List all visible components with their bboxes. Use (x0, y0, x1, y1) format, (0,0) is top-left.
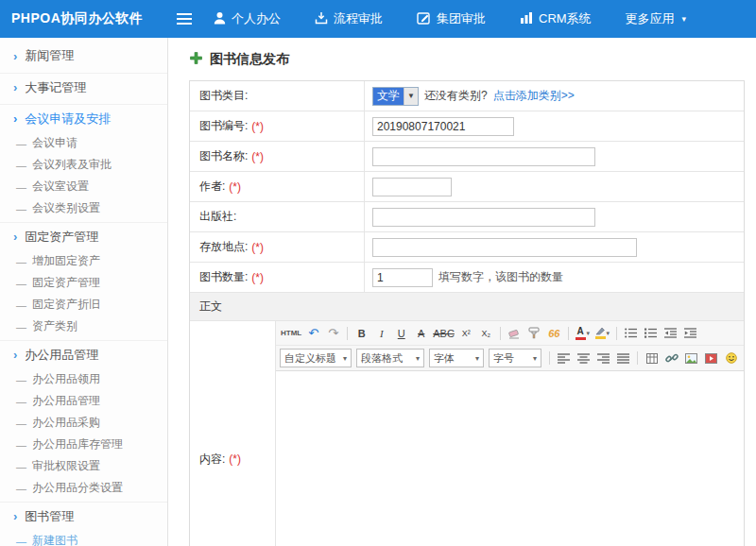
remove-format-eraser-icon[interactable] (506, 324, 524, 342)
form-row-content: 内容:(*) HTML ↶ ↷ B I (190, 321, 744, 546)
superscript-button[interactable]: X² (457, 324, 475, 342)
font-family-select[interactable]: 字体▾ (429, 349, 484, 367)
form-section-body: 正文 (190, 293, 744, 321)
category-select[interactable]: 文学 ▼ (372, 87, 419, 106)
nav-label: 集团审批 (437, 10, 486, 27)
chevron-right-icon: › (13, 348, 17, 362)
sidebar-item-meeting-room-settings[interactable]: —会议室设置 (0, 176, 167, 197)
strikethrough-button[interactable]: A (412, 324, 430, 342)
nav-group-approval[interactable]: 集团审批 (417, 10, 486, 27)
book-name-input[interactable] (372, 147, 595, 166)
underline-button[interactable]: U (392, 324, 410, 342)
quantity-label: 图书数量: (199, 269, 248, 285)
editor-body[interactable] (276, 371, 744, 546)
link-icon[interactable] (662, 350, 680, 367)
strikethrough-abc-button[interactable]: ABC (432, 324, 455, 342)
dash-icon: — (16, 374, 26, 385)
emoticon-icon[interactable] (722, 350, 740, 367)
paragraph-format-select[interactable]: 段落格式▾ (356, 349, 424, 367)
dash-icon: — (16, 483, 26, 494)
location-input[interactable] (372, 238, 637, 257)
sidebar-item-supplies-purchase[interactable]: —办公用品采购 (0, 412, 167, 434)
table-icon[interactable] (643, 350, 661, 367)
section-title: 正文 (190, 293, 744, 320)
sidebar-item-meeting-category-settings[interactable]: —会议类别设置 (0, 197, 167, 219)
nav-crm-system[interactable]: CRM系统 (520, 10, 592, 27)
user-icon (214, 11, 226, 27)
blockquote-button[interactable]: 66 (545, 324, 563, 342)
sidebar-item-add-fixed-asset[interactable]: —增加固定资产 (0, 250, 167, 272)
sidebar-item-meeting-application[interactable]: —会议申请 (0, 132, 167, 154)
nav-more-apps[interactable]: 更多应用 ▾ (626, 10, 687, 27)
sidebar-item-fixed-asset-depreciation[interactable]: —固定资产折旧 (0, 294, 167, 316)
nav-label: 个人办公 (232, 10, 281, 27)
ordered-list-icon[interactable] (622, 324, 640, 342)
sidebar-item-meeting-apply[interactable]: ›会议申请及安排 (0, 104, 167, 132)
sidebar-item-fixed-assets[interactable]: ›固定资产管理 (0, 222, 167, 250)
app-root: PHPOA协同办公软件 个人办公 流程审批 集团审批 CRM系统 更多应用 ▾ (0, 0, 756, 546)
image-icon[interactable] (682, 350, 700, 367)
sidebar-item-news-management[interactable]: ›新闻管理 (0, 42, 167, 70)
dash-icon: — (16, 461, 26, 472)
add-plus-icon (189, 51, 203, 68)
quantity-input[interactable] (372, 268, 433, 287)
sidebar-item-new-book[interactable]: —新建图书 (0, 530, 167, 546)
sidebar-item-office-supplies[interactable]: ›办公用品管理 (0, 340, 167, 368)
source-code-button[interactable]: HTML (280, 324, 302, 342)
redo-button[interactable]: ↷ (324, 324, 342, 342)
chevron-right-icon: › (13, 111, 17, 126)
app-logo[interactable]: PHPOA协同办公软件 (0, 10, 168, 27)
sidebar-item-fixed-asset-management[interactable]: —固定资产管理 (0, 272, 167, 294)
toolbar-separator (347, 327, 348, 340)
toolbar-separator (500, 327, 501, 340)
nav-personal-office[interactable]: 个人办公 (214, 10, 281, 27)
add-category-link[interactable]: 点击添加类别>> (493, 88, 575, 104)
undo-button[interactable]: ↶ (304, 324, 322, 342)
sidebar-item-asset-category[interactable]: —资产类别 (0, 316, 167, 337)
main-layout: ›新闻管理 ›大事记管理 ›会议申请及安排 —会议申请 —会议列表及审批 —会议… (0, 38, 756, 546)
sidebar-item-approval-permission[interactable]: —审批权限设置 (0, 455, 167, 477)
format-painter-icon[interactable] (525, 324, 543, 342)
sidebar-item-memorabilia-management[interactable]: ›大事记管理 (0, 73, 167, 101)
page-title-bar: 图书信息发布 (189, 43, 745, 76)
sidebar-item-book-management[interactable]: ›图书管理 (0, 502, 167, 530)
sidebar-item-supplies-classification[interactable]: —办公用品分类设置 (0, 477, 167, 499)
align-right-icon[interactable] (594, 350, 612, 367)
outdent-icon[interactable] (662, 324, 679, 342)
heading-select[interactable]: 自定义标题▾ (280, 349, 352, 367)
font-color-button[interactable]: A ▾ (574, 324, 592, 342)
dash-icon: — (16, 536, 26, 546)
highlight-color-button[interactable]: ▾ (593, 324, 611, 342)
sidebar-item-supplies-claim[interactable]: —办公用品领用 (0, 368, 167, 390)
italic-button[interactable]: I (372, 324, 390, 342)
author-label: 作者: (199, 179, 225, 195)
hamburger-menu-icon[interactable] (168, 0, 200, 38)
dash-icon: — (16, 321, 26, 333)
sidebar-item-supplies-inventory[interactable]: —办公用品库存管理 (0, 434, 167, 455)
caret-down-icon: ▾ (343, 354, 347, 363)
top-nav: 个人办公 流程审批 集团审批 CRM系统 更多应用 ▾ (214, 10, 686, 27)
nav-label: 更多应用 (626, 10, 675, 27)
subscript-button[interactable]: X₂ (477, 324, 495, 342)
align-center-icon[interactable] (575, 350, 593, 367)
unordered-list-icon[interactable] (642, 324, 660, 342)
dash-icon: — (16, 278, 26, 289)
category-label: 图书类目: (199, 88, 248, 104)
book-number-input[interactable] (372, 117, 514, 136)
page-title: 图书信息发布 (210, 51, 289, 68)
align-justify-icon[interactable] (614, 350, 632, 367)
author-input[interactable] (372, 178, 452, 196)
media-icon[interactable] (702, 350, 720, 367)
align-left-icon[interactable] (555, 350, 573, 367)
sidebar-item-supplies-management[interactable]: —办公用品管理 (0, 390, 167, 412)
nav-process-approval[interactable]: 流程审批 (315, 10, 383, 27)
font-size-select[interactable]: 字号▾ (489, 349, 541, 367)
caret-down-icon: ▾ (475, 354, 479, 363)
bold-button[interactable]: B (352, 324, 370, 342)
indent-icon[interactable] (681, 324, 699, 342)
sidebar-item-meeting-list-approval[interactable]: —会议列表及审批 (0, 154, 167, 176)
caret-down-icon: ▼ (404, 88, 418, 105)
dash-icon: — (16, 256, 26, 267)
form-row-publisher: 出版社: (190, 202, 744, 232)
publisher-input[interactable] (372, 208, 595, 227)
